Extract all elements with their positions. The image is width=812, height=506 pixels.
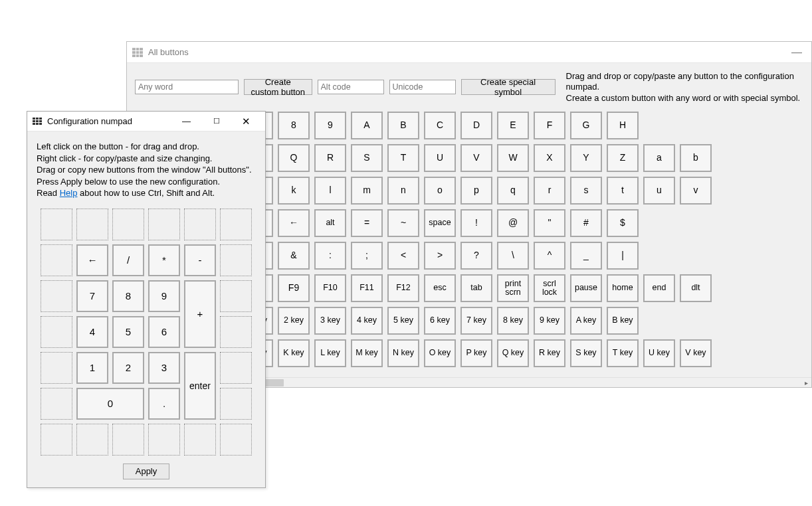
- key-button[interactable]: m: [351, 177, 383, 205]
- key-button[interactable]: F12: [387, 274, 419, 302]
- key-button[interactable]: l: [314, 177, 346, 205]
- drop-slot[interactable]: [41, 388, 72, 420]
- key-button[interactable]: >: [424, 242, 456, 270]
- key-button[interactable]: F9: [278, 274, 310, 302]
- minimize-button[interactable]: —: [171, 112, 201, 131]
- unicode-input[interactable]: [389, 80, 456, 94]
- key-button[interactable]: r: [534, 177, 565, 205]
- key-button[interactable]: F11: [351, 274, 383, 302]
- any-word-input[interactable]: [135, 80, 239, 94]
- key-button[interactable]: R key: [534, 339, 565, 367]
- key-button[interactable]: U key: [643, 339, 675, 367]
- key-button[interactable]: 9 key: [534, 307, 565, 335]
- key-button[interactable]: 9: [314, 112, 346, 139]
- numpad-2-button[interactable]: 2: [112, 352, 144, 384]
- key-button[interactable]: R: [314, 144, 346, 172]
- key-button[interactable]: ^: [534, 242, 565, 270]
- key-button[interactable]: E: [497, 112, 529, 139]
- key-button[interactable]: ~: [387, 209, 419, 237]
- key-button[interactable]: O key: [424, 339, 456, 367]
- numpad-back-button[interactable]: ←: [76, 244, 108, 276]
- key-button[interactable]: \: [497, 242, 529, 270]
- key-button[interactable]: B key: [607, 307, 639, 335]
- numpad-1-button[interactable]: 1: [76, 352, 108, 384]
- help-link[interactable]: Help: [60, 188, 78, 198]
- key-button[interactable]: a: [643, 144, 675, 172]
- key-button[interactable]: v: [680, 177, 712, 205]
- key-button[interactable]: A: [351, 112, 383, 139]
- drop-slot[interactable]: [41, 244, 72, 276]
- key-button[interactable]: 2 key: [278, 307, 310, 335]
- key-button[interactable]: n: [387, 177, 419, 205]
- key-button[interactable]: L key: [314, 339, 346, 367]
- key-button[interactable]: alt: [314, 209, 346, 237]
- drop-slot[interactable]: [41, 424, 72, 456]
- apply-button[interactable]: Apply: [123, 464, 169, 479]
- key-button[interactable]: H: [607, 112, 639, 139]
- key-button[interactable]: V: [460, 144, 492, 172]
- key-button[interactable]: C: [424, 112, 456, 139]
- numpad-subtract-button[interactable]: -: [184, 244, 216, 276]
- key-button[interactable]: p: [460, 177, 492, 205]
- create-custom-button[interactable]: Create custom button: [244, 79, 312, 95]
- key-button[interactable]: V key: [680, 339, 712, 367]
- numpad-0-button[interactable]: 0: [76, 388, 144, 420]
- key-button[interactable]: _: [570, 242, 602, 270]
- key-button[interactable]: T: [387, 144, 419, 172]
- alt-code-input[interactable]: [318, 80, 384, 94]
- key-button[interactable]: home: [607, 274, 639, 302]
- key-button[interactable]: 6 key: [424, 307, 456, 335]
- key-button[interactable]: pause: [570, 274, 602, 302]
- numpad-4-button[interactable]: 4: [76, 316, 108, 348]
- numpad-enter-button[interactable]: enter: [184, 352, 216, 420]
- key-button[interactable]: ": [534, 209, 565, 237]
- key-button[interactable]: k: [278, 177, 310, 205]
- key-button[interactable]: 5 key: [387, 307, 419, 335]
- drop-slot[interactable]: [220, 352, 252, 384]
- numpad-3-button[interactable]: 3: [148, 352, 180, 384]
- numpad-divide-button[interactable]: /: [112, 244, 144, 276]
- key-button[interactable]: print scrn: [497, 274, 529, 302]
- drop-slot[interactable]: [148, 209, 180, 240]
- key-button[interactable]: 7 key: [460, 307, 492, 335]
- key-button[interactable]: scrl lock: [534, 274, 565, 302]
- numpad-6-button[interactable]: 6: [148, 316, 180, 348]
- drop-slot[interactable]: [220, 424, 252, 456]
- key-button[interactable]: U: [424, 144, 456, 172]
- drop-slot[interactable]: [76, 424, 108, 456]
- key-button[interactable]: 4 key: [351, 307, 383, 335]
- numpad-decimal-button[interactable]: .: [148, 388, 180, 420]
- key-button[interactable]: M key: [351, 339, 383, 367]
- key-button[interactable]: F: [534, 112, 565, 139]
- key-button[interactable]: A key: [570, 307, 602, 335]
- key-button[interactable]: @: [497, 209, 529, 237]
- key-button[interactable]: B: [387, 112, 419, 139]
- key-button[interactable]: u: [643, 177, 675, 205]
- key-button[interactable]: :: [314, 242, 346, 270]
- key-button[interactable]: t: [607, 177, 639, 205]
- key-button[interactable]: P key: [460, 339, 492, 367]
- drop-slot[interactable]: [41, 352, 72, 384]
- key-button[interactable]: N key: [387, 339, 419, 367]
- key-button[interactable]: T key: [607, 339, 639, 367]
- key-button[interactable]: X: [534, 144, 565, 172]
- key-button[interactable]: $: [607, 209, 639, 237]
- key-button[interactable]: dlt: [680, 274, 712, 302]
- key-button[interactable]: K key: [278, 339, 310, 367]
- numpad-multiply-button[interactable]: *: [148, 244, 180, 276]
- key-button[interactable]: S: [351, 144, 383, 172]
- key-button[interactable]: space: [424, 209, 456, 237]
- create-special-symbol-button[interactable]: Create special symbol: [461, 79, 556, 95]
- key-button[interactable]: F10: [314, 274, 346, 302]
- drop-slot[interactable]: [112, 209, 144, 240]
- key-button[interactable]: b: [680, 144, 712, 172]
- drop-slot[interactable]: [220, 244, 252, 276]
- key-button[interactable]: <: [387, 242, 419, 270]
- key-button[interactable]: o: [424, 177, 456, 205]
- numpad-8-button[interactable]: 8: [112, 280, 144, 312]
- drop-slot[interactable]: [220, 388, 252, 420]
- key-button[interactable]: 8: [278, 112, 310, 139]
- key-button[interactable]: 3 key: [314, 307, 346, 335]
- drop-slot[interactable]: [41, 280, 72, 312]
- key-button[interactable]: Y: [570, 144, 602, 172]
